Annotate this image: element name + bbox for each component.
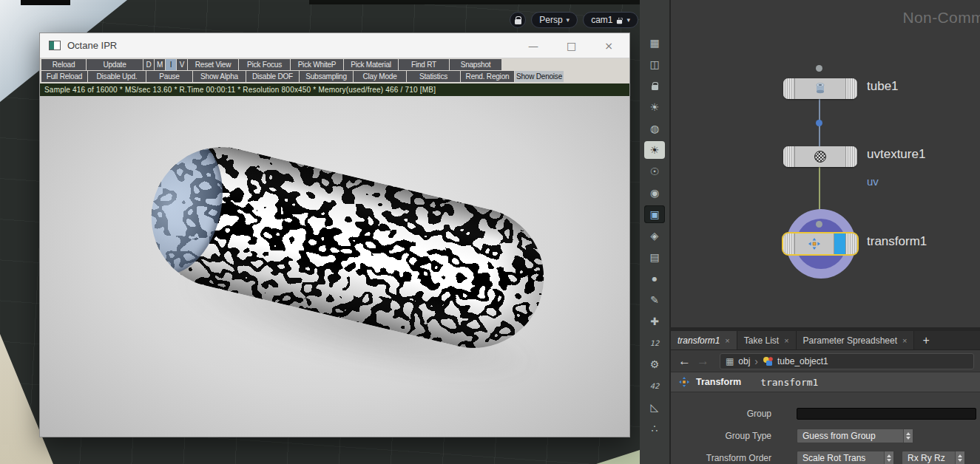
reset-view-button[interactable]: Reset View [188,59,238,70]
chevron-down-icon: ▾ [567,16,570,24]
toggle-i-button[interactable]: I [166,59,176,70]
point-icon[interactable]: ● [644,270,665,287]
render-view-icon[interactable]: ▦ [644,34,665,52]
measure-42-icon[interactable]: 42 [644,377,665,395]
reload-button[interactable]: Reload [41,59,86,70]
viewport-camera-controls: Persp ▾ cam1 ▾ [510,12,638,28]
node-name-field[interactable]: transform1 [760,377,818,388]
node-connector-dot[interactable] [816,65,822,72]
objects-icon[interactable]: ▣ [644,205,665,223]
pane-layout-icon[interactable]: ◫ [644,55,665,73]
view-menu-button[interactable]: Persp ▾ [531,12,578,28]
node-display-flag[interactable] [834,233,846,254]
lock-icon[interactable] [644,77,665,95]
tag-icon[interactable]: ▤ [644,248,665,266]
gear-icon[interactable]: ⚙ [644,355,665,373]
close-button[interactable]: × [604,40,613,52]
close-tab-icon[interactable]: × [784,336,788,345]
find-rt-button[interactable]: Find RT [399,59,449,70]
houdini-window: Persp ▾ cam1 ▾ Octane IPR — □ × Reload U… [0,0,980,464]
forward-button[interactable]: → [697,354,709,369]
tab-transform1[interactable]: transform1 × [671,331,737,349]
breadcrumb: ▦ obj › tube_object1 [720,353,974,369]
update-button[interactable]: Update [87,59,143,70]
node-connector-dot[interactable] [816,221,822,228]
show-denoise-button[interactable]: Show Denoise [515,71,564,82]
tube-icon [814,82,827,95]
full-reload-button[interactable]: Full Reload [41,71,87,82]
node-transform1[interactable] [783,233,857,254]
spinner[interactable] [955,451,964,464]
breadcrumb-node[interactable]: tube_object1 [777,356,828,366]
ruler-icon[interactable]: ◺ [644,398,665,416]
close-tab-icon[interactable]: × [902,336,907,345]
disable-dof-button[interactable]: Disable DOF [246,71,299,82]
render-region-button[interactable]: Rend. Region [461,71,514,82]
spinner[interactable] [884,451,893,464]
toggle-v-button[interactable]: V [177,59,187,70]
world-icon[interactable]: ◉ [644,184,665,202]
group-type-select[interactable]: Guess from Group [797,429,913,443]
octane-titlebar[interactable]: Octane IPR — □ × [40,33,629,58]
checker-icon [814,150,827,163]
minimize-button[interactable]: — [528,40,538,52]
pane-tab-bar: transform1 × Take List × Parameter Sprea… [671,331,980,350]
wire-label-uv: uv [867,175,879,188]
transform-order-select[interactable]: Scale Rot Trans [797,451,894,464]
bulb-icon[interactable]: ☉ [644,163,665,180]
node-type-label: Transform [696,377,741,387]
tab-parameter-spreadsheet[interactable]: Parameter Spreadsheet × [797,331,915,349]
node-uvtexture1[interactable] [783,146,857,167]
spinner[interactable] [903,429,913,443]
snapshot-button[interactable]: Snapshot [450,59,501,70]
measure-12-icon[interactable]: 12 [644,334,665,352]
octane-toolbar: Reload Update D M I V Reset View Pick Fo… [40,58,629,83]
cross-icon[interactable]: ✚ [644,313,665,330]
more-icon[interactable]: ∴ [644,420,665,437]
tab-take-list[interactable]: Take List × [737,331,797,349]
render-view[interactable] [40,96,629,437]
pen-icon[interactable]: ✎ [644,291,665,309]
pick-focus-button[interactable]: Pick Focus [239,59,290,70]
show-alpha-button[interactable]: Show Alpha [193,71,246,82]
param-row-transform-order: Transform Order Scale Rot Trans Rx Ry Rz [671,447,980,464]
close-tab-icon[interactable]: × [725,336,729,345]
lock-icon [515,19,521,24]
pick-whitepoint-button[interactable]: Pick WhiteP [291,59,343,70]
statistics-button[interactable]: Statistics [407,71,460,82]
node-flange [783,78,794,99]
breadcrumb-bar: ← → ▦ obj › tube_object1 [671,350,980,372]
pick-material-button[interactable]: Pick Material [344,59,398,70]
license-watermark: Non-Comm [902,9,980,27]
param-row-group-type: Group Type Guess from Group [671,425,980,447]
chevron-down-icon: ▾ [626,16,630,24]
clay-mode-button[interactable]: Clay Mode [354,71,406,82]
node-connector-dot[interactable] [816,120,822,126]
node-tube1[interactable] [783,78,857,99]
transform-icon [808,237,821,250]
toggle-d-button[interactable]: D [143,59,154,70]
node-flange [783,233,794,254]
camera-lock-button[interactable] [510,12,526,28]
camera-menu-button[interactable]: cam1 ▾ [583,12,638,28]
toggle-m-button[interactable]: M [155,59,165,70]
parameter-list: Group Group Type Guess from Group Transf… [671,392,980,464]
toolbar-edge [309,0,640,4]
breadcrumb-separator: › [754,355,758,367]
add-tab-button[interactable]: + [914,331,937,349]
group-label: Group [671,409,782,419]
breadcrumb-obj[interactable]: obj [738,356,750,366]
rotate-order-select[interactable]: Rx Ry Rz [902,451,965,464]
maximize-button[interactable]: □ [567,40,576,52]
lamp-icon[interactable]: ☀ [644,98,665,116]
light-icon[interactable]: ☀ [644,141,665,159]
subsampling-button[interactable]: Subsampling [300,71,353,82]
disable-update-button[interactable]: Disable Upd. [88,71,146,82]
material-icon[interactable]: ◈ [644,227,665,245]
network-editor[interactable]: Non-Comm tube1 [669,0,980,327]
pause-button[interactable]: Pause [146,71,192,82]
globe-icon[interactable]: ◍ [644,120,665,137]
back-button[interactable]: ← [678,354,691,369]
geometry-node-icon [763,356,773,366]
group-input[interactable] [797,408,976,420]
